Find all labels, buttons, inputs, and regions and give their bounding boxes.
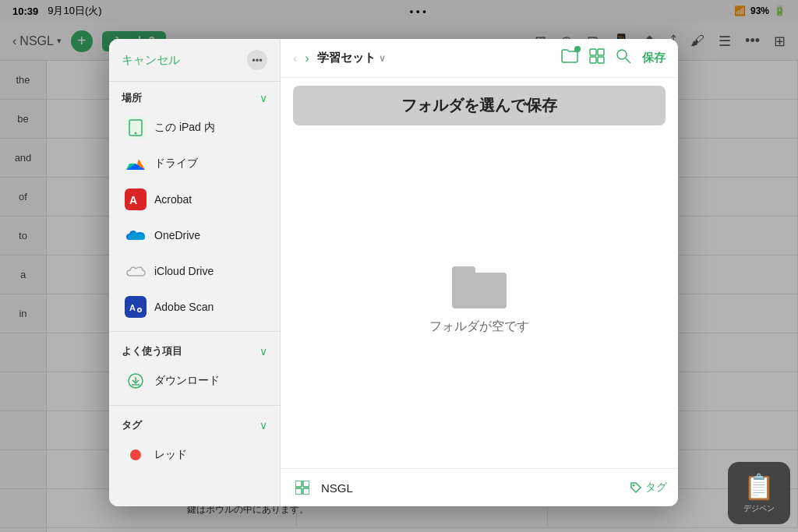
nav-icons: 保存 [561,48,666,68]
favorites-title: よく使う項目 [122,344,182,358]
svg-rect-24 [303,488,309,495]
svg-rect-22 [303,481,309,487]
sidebar-item-download[interactable]: ダウンロード [122,363,267,399]
folder-empty-area: フォルダが空です [281,133,678,468]
tags-header: タグ ∨ [122,418,267,432]
drive-label: ドライブ [154,157,198,171]
download-icon [125,370,147,392]
cancel-button[interactable]: キャンセル [122,53,180,68]
new-folder-icon[interactable] [561,48,578,68]
tag-label: タグ [645,481,667,495]
svg-rect-18 [598,57,604,63]
svg-point-11 [139,309,141,312]
sidebar-item-redtag[interactable]: レッド [122,437,267,473]
ipad-icon [125,117,147,139]
tags-title: タグ [122,418,142,432]
svg-rect-23 [295,488,302,495]
onedrive-label: OneDrive [154,229,200,241]
svg-rect-21 [295,481,302,487]
favorites-chevron-icon[interactable]: ∨ [260,345,267,358]
adobescan-icon: A [125,296,147,318]
sidebar-header: キャンセル ••• [109,39,280,82]
dialog-nav: ‹ › 学習セット ∨ 保存 [281,39,678,78]
places-chevron-icon[interactable]: ∨ [260,92,267,104]
bottom-grid-icon [291,477,313,499]
breadcrumb-chevron-icon: ∨ [379,53,386,64]
svg-rect-17 [590,57,596,63]
tag-button[interactable]: タグ [630,481,667,495]
more-options-button[interactable]: ••• [247,50,267,70]
sidebar-item-icloud[interactable]: iCloud Drive [122,253,267,289]
sidebar-item-ipad[interactable]: この iPad 内 [122,110,267,146]
nav-back-arrow-icon[interactable]: ‹ [293,51,297,65]
svg-point-19 [617,50,627,59]
svg-rect-15 [590,49,596,55]
dejiben-widget[interactable]: 📋 デジペン [728,462,790,524]
ipad-label: この iPad 内 [154,121,215,135]
sidebar-item-onedrive[interactable]: OneDrive [122,217,267,253]
svg-point-1 [135,132,137,135]
svg-text:A: A [129,303,136,312]
icloud-icon [125,260,147,282]
places-header: 場所 ∨ [122,91,267,105]
svg-point-25 [633,484,635,487]
dialog-main: ‹ › 学習セット ∨ 保存 フォルダを選ん [281,39,678,506]
places-section: 場所 ∨ この iPad 内 ドライブ A Acrobat [109,82,280,328]
search-icon[interactable] [616,48,631,68]
red-tag-icon [125,444,147,466]
favorites-section: よく使う項目 ∨ ダウンロード [109,335,280,402]
drive-icon [125,153,147,174]
nav-forward-arrow-icon[interactable]: › [305,51,309,65]
acrobat-icon: A [125,188,147,210]
sidebar-item-adobescan[interactable]: A Adobe Scan [122,289,267,325]
red-tag-label: レッド [154,448,187,462]
dialog-sidebar: キャンセル ••• 場所 ∨ この iPad 内 ドライブ [109,39,281,506]
folder-empty-label: フォルダが空です [429,319,529,335]
dialog-bottom: NSGL タグ [281,468,678,506]
places-title: 場所 [122,91,142,105]
ellipsis-icon: ••• [252,55,263,66]
svg-rect-16 [598,49,604,55]
favorites-header: よく使う項目 ∨ [122,344,267,358]
view-toggle-icon[interactable] [589,48,605,68]
svg-text:A: A [129,194,137,206]
icloud-label: iCloud Drive [154,265,214,277]
save-dialog: キャンセル ••• 場所 ∨ この iPad 内 ドライブ [109,39,678,506]
tags-chevron-icon[interactable]: ∨ [260,419,267,432]
tooltip-banner: フォルダを選んで保存 [293,86,666,125]
svg-line-20 [626,58,630,63]
download-label: ダウンロード [154,374,220,388]
onedrive-icon [125,224,147,246]
dejiben-icon: 📋 [743,472,775,502]
save-button[interactable]: 保存 [642,51,666,65]
adobescan-label: Adobe Scan [154,301,214,313]
breadcrumb-label: 学習セット [317,51,376,65]
dejiben-label: デジペン [743,503,775,514]
nav-breadcrumb: 学習セット ∨ [317,51,386,65]
acrobat-label: Acrobat [154,193,192,206]
tags-section: タグ ∨ レッド [109,409,280,476]
folder-empty-icon [452,266,507,309]
sidebar-item-drive[interactable]: ドライブ [122,146,267,181]
bottom-filename[interactable]: NSGL [321,481,622,495]
sidebar-item-acrobat[interactable]: A Acrobat [122,181,267,217]
